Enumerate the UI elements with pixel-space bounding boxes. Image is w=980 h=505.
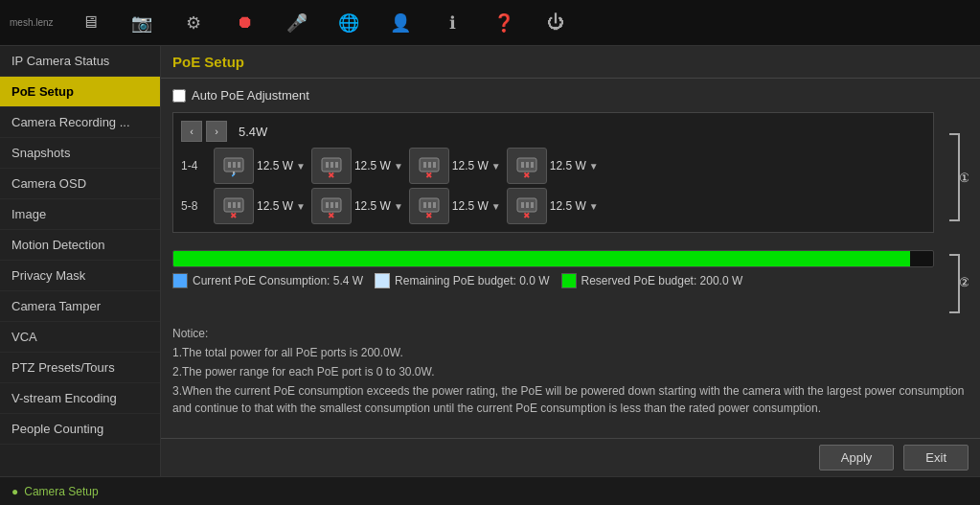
legend-color-reserved <box>561 273 577 288</box>
power-legend: Current PoE Consumption: 5.4 W Remaining… <box>172 273 934 288</box>
sidebar-item-image[interactable]: Image <box>0 199 160 230</box>
settings-nav-icon[interactable]: ⚙ <box>176 6 211 40</box>
port-8-watt: 12.5 W <box>550 199 586 213</box>
port-item-5: ✖ 12.5 W ▼ <box>214 188 306 224</box>
port-item-3: ✖ 12.5 W ▼ <box>409 148 501 184</box>
port-7-dropdown[interactable]: ▼ <box>491 201 501 212</box>
power-section: Current PoE Consumption: 5.4 W Remaining… <box>172 250 934 317</box>
plug-svg-5: ✖ <box>220 193 247 219</box>
port-3-watt: 12.5 W <box>452 159 489 172</box>
svg-rect-12 <box>428 162 431 168</box>
power-nav-icon[interactable]: ⏻ <box>538 6 573 40</box>
sidebar-item-camera-osd[interactable]: Camera OSD <box>0 169 160 199</box>
auto-poe-row: Auto PoE Adjustment <box>172 88 969 103</box>
svg-text:✖: ✖ <box>425 171 433 179</box>
legend-item-reserved: Reserved PoE budget: 200.0 W <box>561 273 743 288</box>
port-icon-5: ✖ <box>214 188 254 224</box>
exit-button[interactable]: Exit <box>903 445 969 471</box>
microphone-nav-icon[interactable]: 🎤 <box>280 6 314 40</box>
port-7-watt: 12.5 W <box>452 199 489 213</box>
svg-text:②: ② <box>959 275 969 289</box>
svg-rect-1 <box>228 162 231 168</box>
svg-text:✖: ✖ <box>230 211 238 219</box>
svg-rect-23 <box>238 202 240 208</box>
port-1-dropdown[interactable]: ▼ <box>296 161 306 172</box>
svg-rect-18 <box>531 162 534 168</box>
port-2-dropdown[interactable]: ▼ <box>394 161 403 172</box>
plug-svg-3: ✖ <box>416 152 443 179</box>
plug-svg-7: ✖ <box>416 193 443 219</box>
legend-label-reserved: Reserved PoE budget: 200.0 W <box>581 274 743 287</box>
port-item-7: ✖ 12.5 W ▼ <box>409 188 501 224</box>
content-body: Auto PoE Adjustment ‹ › 5.4W 1-4 <box>161 79 980 438</box>
port-next-button[interactable]: › <box>206 121 227 142</box>
port-2-watt: 12.5 W <box>354 159 391 172</box>
plug-svg-2: ✖ <box>318 152 345 179</box>
port-4-watt: 12.5 W <box>550 159 586 172</box>
port-item-4: ✖ 12.5 W ▼ <box>507 148 599 184</box>
plug-svg-1: ✔ <box>220 152 247 179</box>
svg-rect-22 <box>233 202 236 208</box>
port-5-dropdown[interactable]: ▼ <box>296 201 306 212</box>
bracket-1: ① <box>940 112 969 242</box>
power-bar-outer <box>172 250 934 267</box>
sidebar-item-ptz-presets[interactable]: PTZ Presets/Tours <box>0 353 160 383</box>
port-panel: ‹ › 5.4W 1-4 <box>172 112 934 233</box>
svg-rect-8 <box>335 162 338 168</box>
sidebar: IP Camera Status PoE Setup Camera Record… <box>0 46 161 476</box>
notice-line-2: 2.The power range for each PoE port is 0… <box>172 363 969 380</box>
camera-nav-icon[interactable]: 📷 <box>125 6 159 40</box>
port-row-1: 1-4 ✔ <box>181 148 925 184</box>
logo: mesh.lenz <box>10 17 48 28</box>
port-icon-2: ✖ <box>311 148 352 184</box>
plug-svg-8: ✖ <box>513 193 540 219</box>
svg-rect-37 <box>526 202 529 208</box>
port-icon-7: ✖ <box>409 188 449 224</box>
network-nav-icon[interactable]: 🌐 <box>331 6 366 40</box>
legend-color-current <box>172 273 188 288</box>
sidebar-item-people-counting[interactable]: People Counting <box>0 414 160 445</box>
person-nav-icon[interactable]: 👤 <box>383 6 418 40</box>
port-item-6: ✖ 12.5 W ▼ <box>311 188 403 224</box>
help-nav-icon[interactable]: ❓ <box>487 6 521 40</box>
svg-rect-7 <box>330 162 333 168</box>
main-layout: IP Camera Status PoE Setup Camera Record… <box>0 46 980 476</box>
info-nav-icon[interactable]: ℹ <box>435 6 469 40</box>
port-3-dropdown[interactable]: ▼ <box>491 161 501 172</box>
port-row-2: 5-8 ✖ <box>181 188 925 224</box>
apply-button[interactable]: Apply <box>819 445 895 471</box>
port-icon-3: ✖ <box>409 148 449 184</box>
sidebar-item-ip-camera-status[interactable]: IP Camera Status <box>0 46 160 77</box>
sidebar-item-snapshots[interactable]: Snapshots <box>0 138 160 169</box>
legend-item-current: Current PoE Consumption: 5.4 W <box>172 273 363 288</box>
sidebar-item-motion-detection[interactable]: Motion Detection <box>0 230 160 261</box>
port-8-dropdown[interactable]: ▼ <box>589 201 599 212</box>
port-1-watt: 12.5 W <box>257 159 293 172</box>
bracket-2: ② <box>940 250 969 317</box>
svg-rect-28 <box>335 202 338 208</box>
sidebar-item-privacy-mask[interactable]: Privacy Mask <box>0 261 160 291</box>
power-bar-section: Current PoE Consumption: 5.4 W Remaining… <box>172 250 934 288</box>
port-nav: ‹ › 5.4W <box>181 121 925 142</box>
monitor-icon[interactable]: 🖥 <box>73 6 107 40</box>
svg-rect-32 <box>428 202 431 208</box>
port-4-dropdown[interactable]: ▼ <box>589 161 599 172</box>
port-6-dropdown[interactable]: ▼ <box>394 201 403 212</box>
port-item-1: ✔ 12.5 W ▼ <box>214 148 306 184</box>
total-power-label: 5.4W <box>239 125 267 139</box>
bracket-1-svg: ① <box>940 129 969 225</box>
sidebar-item-vstream[interactable]: V-stream Encoding <box>0 383 160 414</box>
port-prev-button[interactable]: ‹ <box>181 121 202 142</box>
sidebar-item-camera-tamper[interactable]: Camera Tamper <box>0 291 160 322</box>
svg-text:✖: ✖ <box>328 211 335 219</box>
svg-rect-21 <box>228 202 231 208</box>
svg-rect-2 <box>233 162 236 168</box>
sidebar-item-camera-recording[interactable]: Camera Recording ... <box>0 107 160 138</box>
sidebar-item-vca[interactable]: VCA <box>0 322 160 353</box>
auto-poe-checkbox[interactable] <box>172 89 186 103</box>
sidebar-item-poe-setup[interactable]: PoE Setup <box>0 77 160 107</box>
notice-line-1: 1.The total power for all PoE ports is 2… <box>172 344 969 361</box>
record-nav-icon[interactable]: ⏺ <box>228 6 262 40</box>
port-rows: 1-4 ✔ <box>181 148 925 224</box>
svg-rect-38 <box>531 202 534 208</box>
